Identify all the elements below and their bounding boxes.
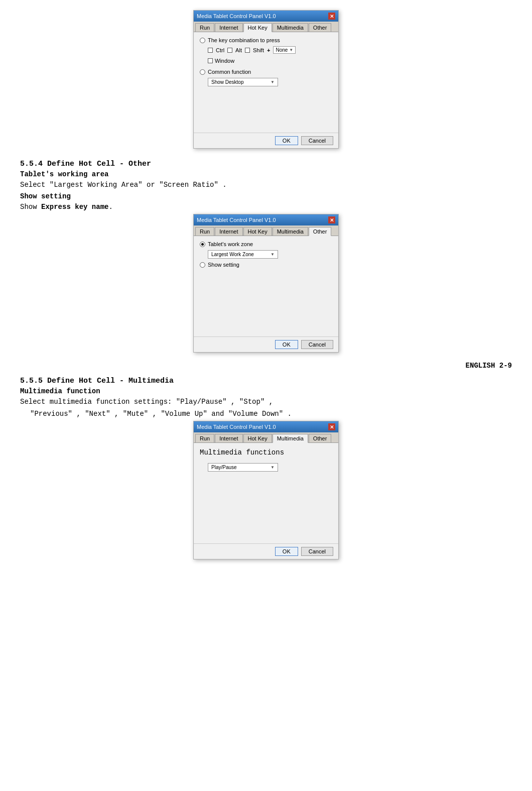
other-dialog-tabs: Run Internet Hot Key Multimedia Other [194, 225, 338, 236]
section-554-sub1-body: Select "Largest Working Area" or "Screen… [20, 180, 227, 190]
other-tab-internet[interactable]: Internet [215, 227, 242, 236]
show-setting-label: Show setting [208, 262, 239, 268]
page-number: ENGLISH 2-9 [20, 362, 512, 370]
other-dialog-titlebar: Media Tablet Control Panel V1.0 ✕ [194, 214, 338, 225]
multimedia-dialog-titlebar: Media Tablet Control Panel V1.0 ✕ [194, 421, 338, 432]
key-combination-radio[interactable] [200, 38, 205, 43]
common-function-label: Common function [208, 69, 251, 75]
alt-label: Alt [235, 47, 242, 53]
tab-multimedia[interactable]: Multimedia [273, 23, 308, 32]
key-dropdown-arrow-icon: ▼ [289, 48, 293, 52]
largest-workzone-arrow-icon: ▼ [271, 252, 275, 257]
tablet-workzone-radio-row: Tablet's work zone [200, 241, 332, 247]
key-combination-label: The key combination to press [208, 37, 280, 43]
hotkey-dialog: Media Tablet Control Panel V1.0 ✕ Run In… [193, 10, 339, 149]
multimedia-dialog-tabs: Run Internet Hot Key Multimedia Other [194, 432, 338, 443]
other-tab-run[interactable]: Run [195, 227, 214, 236]
mm-tab-other[interactable]: Other [309, 434, 332, 442]
show-setting-radio-row: Show setting [200, 262, 332, 268]
other-dialog-footer: OK Cancel [194, 336, 338, 352]
hotkey-dialog-close-button[interactable]: ✕ [328, 13, 335, 20]
other-dialog-wrapper: Media Tablet Control Panel V1.0 ✕ Run In… [20, 214, 512, 353]
section-554-sub1-heading: Tablet's working area [20, 170, 108, 178]
multimedia-dialog-footer: OK Cancel [194, 543, 338, 559]
multimedia-dialog: Media Tablet Control Panel V1.0 ✕ Run In… [193, 421, 339, 559]
other-ok-button[interactable]: OK [275, 340, 298, 349]
hotkey-dialog-tabs: Run Internet Hot Key Multimedia Other [194, 22, 338, 32]
section-555-sub1-body2: "Previous" , "Next" , "Mute" , "Volume U… [20, 409, 292, 419]
common-function-radio[interactable] [200, 69, 205, 75]
shift-checkbox[interactable] [245, 48, 250, 53]
common-function-dropdown[interactable]: Show Desktop ▼ [208, 78, 278, 86]
other-cancel-button[interactable]: Cancel [301, 340, 333, 349]
hotkey-ok-button[interactable]: OK [275, 136, 298, 145]
other-tab-other[interactable]: Other [309, 227, 332, 236]
other-dialog: Media Tablet Control Panel V1.0 ✕ Run In… [193, 214, 339, 353]
express-key-bold: Express key name [41, 203, 108, 211]
key-checkboxes-row: Ctrl Alt Shift + None ▼ [200, 46, 332, 54]
hotkey-dialog-body: The key combination to press Ctrl Alt Sh… [194, 32, 338, 133]
key-combination-radio-row: The key combination to press [200, 37, 332, 43]
window-checkbox-row: Window [200, 58, 332, 64]
multimedia-ok-button[interactable]: OK [275, 547, 298, 556]
hotkey-dialog-titlebar: Media Tablet Control Panel V1.0 ✕ [194, 11, 338, 22]
common-function-radio-row: Common function [200, 69, 332, 75]
hotkey-dialog-footer: OK Cancel [194, 133, 338, 148]
other-dialog-title: Media Tablet Control Panel V1.0 [197, 217, 276, 223]
section-554-sub2-body: Show Express key name. [20, 202, 113, 212]
multimedia-cancel-button[interactable]: Cancel [301, 547, 333, 556]
section-555-heading: 5.5.5 Define Hot Cell - Multimedia [20, 377, 174, 385]
tab-internet[interactable]: Internet [215, 23, 242, 32]
common-function-dropdown-arrow-icon: ▼ [271, 80, 275, 84]
window-label: Window [215, 58, 234, 64]
multimedia-play-arrow-icon: ▼ [271, 465, 275, 470]
multimedia-dialog-title: Media Tablet Control Panel V1.0 [197, 424, 276, 430]
hotkey-dialog-wrapper: Media Tablet Control Panel V1.0 ✕ Run In… [20, 10, 512, 149]
alt-checkbox[interactable] [227, 48, 232, 53]
window-checkbox[interactable] [208, 58, 213, 63]
largest-work-zone-dropdown[interactable]: Largest Work Zone ▼ [208, 250, 278, 259]
tab-other[interactable]: Other [309, 23, 332, 32]
other-tab-hotkey[interactable]: Hot Key [243, 227, 272, 236]
ctrl-label: Ctrl [216, 47, 224, 53]
page-content: Media Tablet Control Panel V1.0 ✕ Run In… [20, 10, 512, 569]
section-554-heading: 5.5.4 Define Hot Cell - Other [20, 160, 151, 168]
mm-tab-hotkey[interactable]: Hot Key [243, 434, 272, 442]
ctrl-checkbox[interactable] [208, 48, 213, 53]
mm-tab-multimedia[interactable]: Multimedia [273, 434, 308, 443]
multimedia-dialog-body: Multimedia functions Play/Pause ▼ [194, 443, 338, 543]
multimedia-dialog-close-button[interactable]: ✕ [328, 423, 335, 430]
tab-hotkey[interactable]: Hot Key [243, 23, 272, 32]
section-555-sub1-body: Select multimedia function settings: "Pl… [20, 397, 273, 407]
multimedia-dialog-wrapper: Media Tablet Control Panel V1.0 ✕ Run In… [20, 421, 512, 559]
hotkey-cancel-button[interactable]: Cancel [301, 136, 333, 145]
hotkey-dialog-title: Media Tablet Control Panel V1.0 [197, 13, 276, 19]
multimedia-functions-label: Multimedia functions [200, 448, 332, 458]
key-dropdown-value: None [276, 47, 288, 53]
tablet-workzone-label: Tablet's work zone [208, 241, 253, 247]
key-dropdown[interactable]: None ▼ [273, 46, 296, 54]
tablet-workzone-radio[interactable] [200, 242, 205, 247]
common-function-dropdown-value: Show Desktop [211, 79, 243, 85]
mm-tab-internet[interactable]: Internet [215, 434, 242, 442]
multimedia-play-dropdown[interactable]: Play/Pause ▼ [208, 463, 278, 472]
mm-tab-run[interactable]: Run [195, 434, 214, 442]
other-tab-multimedia[interactable]: Multimedia [273, 227, 308, 236]
shift-label: Shift [253, 47, 264, 53]
plus-sign: + [267, 47, 270, 53]
section-554-sub2-heading: Show setting [20, 192, 71, 200]
other-dialog-close-button[interactable]: ✕ [328, 216, 335, 223]
tab-run[interactable]: Run [195, 23, 214, 32]
multimedia-play-value: Play/Pause [211, 465, 237, 470]
section-555-sub1-heading: Multimedia function [20, 387, 100, 395]
show-setting-radio[interactable] [200, 262, 205, 268]
largest-work-zone-value: Largest Work Zone [211, 252, 254, 257]
other-dialog-body: Tablet's work zone Largest Work Zone ▼ S… [194, 236, 338, 336]
